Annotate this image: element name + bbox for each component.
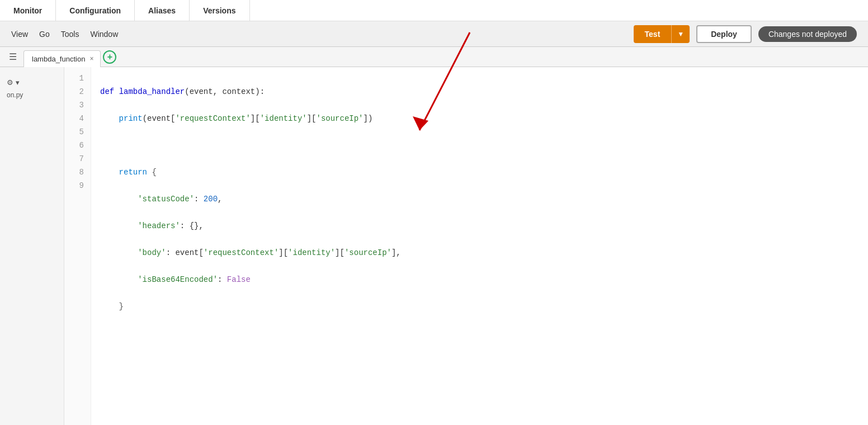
tab-close-icon[interactable]: × [89, 55, 93, 63]
left-panel: ⚙ ▾ on.py [0, 67, 64, 425]
code-content[interactable]: def lambda_handler(event, context): prin… [91, 67, 868, 425]
menu-tools[interactable]: Tools [61, 30, 79, 39]
tab-aliases[interactable]: Aliases [135, 0, 190, 21]
code-line-2: print(event['requestContext']['identity'… [100, 112, 859, 125]
add-tab-button[interactable]: + [103, 50, 116, 64]
code-line-3 [100, 139, 859, 152]
tab-monitor[interactable]: Monitor [0, 0, 56, 21]
tab-configuration[interactable]: Configuration [56, 0, 135, 21]
settings-dropdown-icon: ▾ [16, 78, 20, 87]
code-line-1: def lambda_handler(event, context): [100, 85, 859, 98]
top-nav-bar: Monitor Configuration Aliases Versions [0, 0, 868, 21]
toolbar: View Go Tools Window Test ▼ Deploy Chang… [0, 21, 868, 47]
line-numbers: 1 2 3 4 5 6 7 8 9 [64, 67, 91, 425]
code-line-9: } [100, 300, 859, 313]
code-line-6: 'headers': {}, [100, 219, 859, 233]
code-line-5: 'statusCode': 200, [100, 192, 859, 206]
menu-items: View Go Tools Window [11, 30, 118, 39]
status-badge: Changes not deployed [758, 26, 857, 42]
tab-versions[interactable]: Versions [190, 0, 249, 21]
file-list-icon[interactable]: ☰ [4, 51, 21, 62]
code-line-8: 'isBase64Encoded': False [100, 273, 859, 286]
editor-tab-lambda-function[interactable]: lambda_function × [23, 50, 101, 67]
code-line-4: return { [100, 166, 859, 179]
tab-navigation: Monitor Configuration Aliases Versions [0, 0, 250, 21]
editor-tabs-bar: ☰ lambda_function × + [0, 47, 868, 67]
menu-go[interactable]: Go [39, 30, 50, 39]
test-dropdown-button[interactable]: ▼ [671, 25, 690, 43]
code-editor: ⚙ ▾ on.py 1 2 3 4 5 6 7 8 9 def lambda_h… [0, 67, 868, 425]
test-button-group: Test ▼ [634, 25, 690, 43]
gear-icon: ⚙ [7, 78, 13, 87]
tab-file-name: lambda_function [32, 55, 85, 63]
menu-window[interactable]: Window [90, 30, 118, 39]
code-line-7: 'body': event['requestContext']['identit… [100, 246, 859, 259]
file-name-label: on.py [0, 89, 64, 101]
test-button[interactable]: Test [634, 25, 672, 43]
deploy-button[interactable]: Deploy [696, 25, 752, 43]
menu-view[interactable]: View [11, 30, 28, 39]
dropdown-arrow-icon: ▼ [677, 30, 684, 38]
settings-icon-item[interactable]: ⚙ ▾ [0, 76, 64, 89]
editor-wrapper: ☰ lambda_function × + ⚙ ▾ on.py 1 2 3 4 … [0, 47, 868, 425]
